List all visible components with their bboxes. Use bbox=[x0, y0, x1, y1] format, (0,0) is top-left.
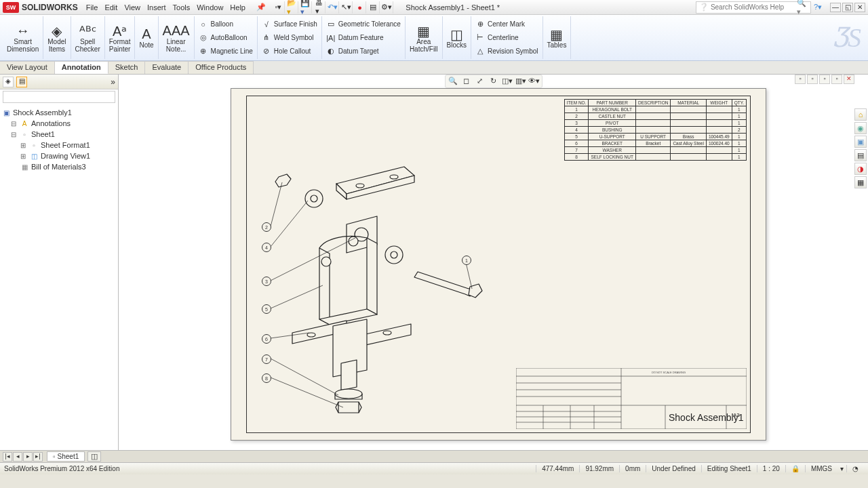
ribbon-surface-finish[interactable]: √Surface Finish bbox=[262, 18, 317, 30]
nav-next-icon[interactable]: ▸ bbox=[23, 452, 33, 462]
sheet-tab[interactable]: ▫ Sheet1 bbox=[47, 451, 85, 462]
ribbon-centerline[interactable]: ⊢Centerline bbox=[475, 32, 538, 44]
balloon-6[interactable]: 6 bbox=[262, 334, 271, 344]
feature-tree-tab-icon[interactable]: ◈ bbox=[3, 77, 14, 87]
minimize-button[interactable]: ― bbox=[830, 3, 841, 12]
save-icon[interactable]: 💾▾ bbox=[300, 1, 312, 14]
explorer-icon[interactable]: ▤ bbox=[854, 149, 867, 161]
section-icon[interactable]: ▥▾ bbox=[515, 77, 527, 87]
tab-office-products[interactable]: Office Products bbox=[189, 61, 254, 74]
print-icon[interactable]: 🖶▾ bbox=[313, 1, 326, 14]
tab-evaluate[interactable]: Evaluate bbox=[145, 61, 189, 74]
balloon-4[interactable]: 4 bbox=[262, 243, 271, 252]
hide-show-icon[interactable]: 👁▾ bbox=[528, 77, 540, 87]
nav-last-icon[interactable]: ▸| bbox=[33, 452, 43, 462]
zoom-fit-icon[interactable]: 🔍 bbox=[447, 77, 459, 87]
help-menu-icon[interactable]: ?▾ bbox=[814, 3, 822, 12]
panel-close-icon[interactable]: ✕ bbox=[844, 75, 854, 84]
open-icon[interactable]: 📂▾ bbox=[286, 1, 298, 14]
menu-help[interactable]: Help bbox=[230, 3, 245, 12]
home-icon[interactable]: ⌂ bbox=[854, 108, 867, 121]
settings-icon[interactable]: ⚙▾ bbox=[381, 1, 393, 14]
balloon-2[interactable]: 2 bbox=[262, 222, 271, 232]
restore-button[interactable]: ◱ bbox=[842, 3, 853, 12]
balloon-5[interactable]: 5 bbox=[262, 304, 271, 314]
menu-tools[interactable]: Tools bbox=[173, 3, 191, 12]
search-input[interactable] bbox=[711, 3, 797, 11]
status-flag-icon[interactable]: ◔ bbox=[846, 465, 864, 472]
appearances-icon[interactable]: ▦ bbox=[854, 176, 867, 188]
ribbon-format-painter[interactable]: AᵃFormatPainter bbox=[105, 16, 136, 59]
panel-icon[interactable]: ▫ bbox=[819, 75, 830, 84]
resources-icon[interactable]: ◉ bbox=[854, 122, 867, 134]
filter-input[interactable] bbox=[3, 91, 115, 103]
new-icon[interactable]: ▫▾ bbox=[273, 1, 285, 14]
tab-annotation[interactable]: Annotation bbox=[55, 61, 108, 74]
graphics-area[interactable]: 🔍 ◻ ⤢ ↻ ◫▾ ▥▾ 👁▾ ▫ ▫ ▫ ▫ ✕ ITEM NO.PART … bbox=[119, 75, 868, 450]
ribbon-datum-target[interactable]: ◐Datum Target bbox=[326, 45, 401, 58]
help-search[interactable]: ❔ 🔍▾ bbox=[696, 1, 811, 14]
ribbon-model-items[interactable]: ◈ModelItems bbox=[43, 16, 71, 59]
panel-icon[interactable]: ▫ bbox=[807, 75, 818, 84]
panel-icon[interactable]: ▫ bbox=[831, 75, 842, 84]
tree-item[interactable]: ⊞▫Sheet Format1 bbox=[1, 140, 117, 150]
ribbon-linear-note-[interactable]: AAALinearNote... bbox=[159, 16, 195, 59]
rebuild-icon[interactable]: ● bbox=[354, 1, 366, 14]
library-icon[interactable]: ▣ bbox=[854, 136, 867, 148]
bom-table[interactable]: ITEM NO.PART NUMBERDESCRIPTIONMATERIALWE… bbox=[564, 99, 747, 161]
balloon-1[interactable]: 1 bbox=[462, 256, 471, 265]
balloon-8[interactable]: 8 bbox=[262, 373, 271, 383]
ribbon-blocks[interactable]: ◫Blocks bbox=[443, 16, 471, 59]
add-sheet-button[interactable]: ◫ bbox=[87, 451, 101, 462]
ribbon-weld-symbol[interactable]: ⋔Weld Symbol bbox=[262, 32, 317, 44]
property-tab-icon[interactable]: ▤ bbox=[16, 77, 27, 87]
select-icon[interactable]: ↖▾ bbox=[340, 1, 353, 14]
menu-edit[interactable]: Edit bbox=[104, 3, 117, 12]
ribbon-area-hatch-fill[interactable]: ▦AreaHatch/Fill bbox=[406, 16, 443, 59]
nav-prev-icon[interactable]: ◂ bbox=[13, 452, 22, 462]
ribbon-datum-feature[interactable]: |A|Datum Feature bbox=[326, 32, 401, 44]
tree-item[interactable]: ▦Bill of Materials3 bbox=[1, 161, 117, 172]
status-lock-icon[interactable]: 🔒 bbox=[785, 465, 805, 472]
tree-item[interactable]: ⊟▫Sheet1 bbox=[1, 129, 117, 140]
ribbon-autoballoon[interactable]: ◎AutoBalloon bbox=[199, 32, 253, 44]
display-style-icon[interactable]: ◫▾ bbox=[501, 77, 513, 87]
ribbon-center-mark[interactable]: ⊕Center Mark bbox=[475, 18, 538, 30]
menu-insert[interactable]: Insert bbox=[147, 3, 166, 12]
tab-view-layout[interactable]: View Layout bbox=[0, 61, 55, 74]
ribbon-spell-checker[interactable]: ᴬᴮᶜSpellChecker bbox=[71, 16, 105, 59]
drawing-sheet[interactable]: ITEM NO.PART NUMBERDESCRIPTIONMATERIALWE… bbox=[231, 88, 766, 441]
tree-item[interactable]: ⊞◫Drawing View1 bbox=[1, 150, 117, 161]
status-units[interactable]: MMGS bbox=[805, 465, 837, 472]
balloon-3[interactable]: 3 bbox=[262, 277, 271, 286]
tree-root[interactable]: ▣ Shock Assembly1 bbox=[1, 107, 117, 118]
balloon-7[interactable]: 7 bbox=[262, 354, 271, 364]
title-block[interactable]: Shock Assembly1 A3 DO NOT SCALE DRAWING bbox=[516, 368, 747, 429]
tab-sketch[interactable]: Sketch bbox=[108, 61, 146, 74]
ribbon-revision-symbol[interactable]: △Revision Symbol bbox=[475, 45, 538, 58]
nav-first-icon[interactable]: |◂ bbox=[3, 452, 12, 462]
ribbon-geometric-tolerance[interactable]: ▭Geometric Tolerance bbox=[326, 18, 401, 30]
ribbon-note[interactable]: ANote bbox=[135, 16, 158, 59]
collapse-arrow-icon[interactable]: » bbox=[111, 77, 115, 87]
ribbon-smart-dimension[interactable]: ↔SmartDimension bbox=[3, 16, 43, 59]
ribbon-hole-callout[interactable]: ⊘Hole Callout bbox=[262, 45, 317, 58]
tree-item[interactable]: ⊟AAnnotations bbox=[1, 118, 117, 129]
undo-icon[interactable]: ↶▾ bbox=[327, 1, 339, 14]
ribbon-balloon[interactable]: ○Balloon bbox=[199, 18, 253, 30]
drawing-view[interactable] bbox=[258, 129, 502, 421]
ribbon-magnetic-line[interactable]: ⊕Magnetic Line bbox=[199, 45, 253, 58]
panel-icon[interactable]: ▫ bbox=[795, 75, 806, 84]
zoom-inout-icon[interactable]: ⤢ bbox=[474, 77, 486, 87]
menu-window[interactable]: Window bbox=[197, 3, 223, 12]
ribbon-tables[interactable]: ▦Tables bbox=[543, 16, 572, 59]
zoom-area-icon[interactable]: ◻ bbox=[460, 77, 473, 87]
menu-view[interactable]: View bbox=[124, 3, 140, 12]
options-icon[interactable]: ▤ bbox=[368, 1, 380, 14]
menu-file[interactable]: File bbox=[86, 3, 98, 12]
close-button[interactable]: ✕ bbox=[854, 3, 865, 12]
rotate-icon[interactable]: ↻ bbox=[488, 77, 500, 87]
search-icon[interactable]: 🔍▾ bbox=[797, 0, 808, 16]
palette-icon[interactable]: ◑ bbox=[854, 163, 867, 175]
pin-icon[interactable]: 📌 bbox=[256, 3, 266, 12]
